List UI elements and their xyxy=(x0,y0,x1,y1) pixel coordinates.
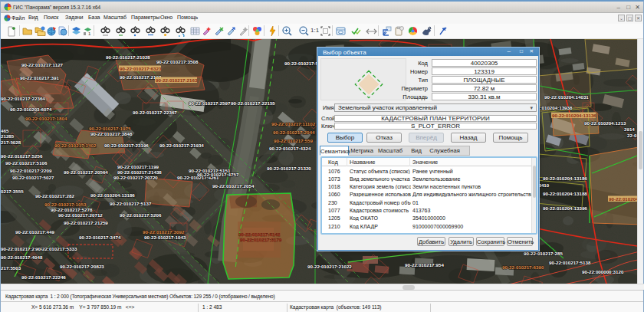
svg-text:90-22:010217:449: 90-22:010217:449 xyxy=(15,229,54,235)
svg-text:90-22:010217:21259: 90-22:010217:21259 xyxy=(64,220,108,225)
svg-text:90-22:010203:6074: 90-22:010203:6074 xyxy=(10,107,52,112)
svg-text:90-22:010217:11102: 90-22:010217:11102 xyxy=(271,121,316,126)
svg-text:90-22:010204:13186: 90-22:010204:13186 xyxy=(543,176,587,181)
svg-text:21285: 21285 xyxy=(1,133,15,139)
svg-text:90-22:010204:13186: 90-22:010204:13186 xyxy=(90,192,135,198)
svg-text:2914: 2914 xyxy=(624,126,635,132)
svg-text:90-22:010204:1213: 90-22:010204:1213 xyxy=(584,120,626,126)
svg-text:90-22:010217:21934: 90-22:010217:21934 xyxy=(159,143,204,148)
svg-text:90-22:010217:1053: 90-22:010217:1053 xyxy=(44,202,87,207)
svg-text:90-22:010217:5256: 90-22:010217:5256 xyxy=(1,153,43,159)
svg-text:90-22:010217:1975: 90-22:010217:1975 xyxy=(89,126,131,131)
svg-text:90-22:010217:3474: 90-22:010217:3474 xyxy=(79,235,121,240)
svg-text:90-22:010217:2597: 90-22:010217:2597 xyxy=(189,100,231,106)
svg-text:90-22:010217:5333: 90-22:010217:5333 xyxy=(35,246,77,251)
svg-text:90-22:010217:21438: 90-22:010217:21438 xyxy=(117,169,162,175)
svg-text:90-22:010217:50: 90-22:010217:50 xyxy=(284,61,321,66)
svg-text:90-22:010217:1804: 90-22:010217:1804 xyxy=(25,116,67,121)
svg-text:90-22:010217:391: 90-22:010217:391 xyxy=(20,75,59,80)
svg-text:90-22:010204:14031: 90-22:010204:14031 xyxy=(544,94,589,100)
svg-text:90-22:000000:3120: 90-22:000000:3120 xyxy=(582,269,624,274)
svg-text:90-22:010217:1199: 90-22:010217:1199 xyxy=(117,164,159,169)
svg-text:90-22:010217:3092: 90-22:010217:3092 xyxy=(143,229,185,235)
svg-text:90-22:010217:5137: 90-22:010217:5137 xyxy=(110,201,152,206)
svg-text:90-22:010217:20823: 90-22:010217:20823 xyxy=(60,264,104,269)
svg-text:90-22:010217:23196: 90-22:010217:23196 xyxy=(104,143,149,148)
svg-text:90-22:010217:6323: 90-22:010217:6323 xyxy=(120,66,162,71)
svg-text:90-22:010217:6390: 90-22:010217:6390 xyxy=(502,264,544,270)
svg-text:90-22:010217:5106: 90-22:010217:5106 xyxy=(5,160,48,166)
svg-text:90-22:010217:3179: 90-22:010217:3179 xyxy=(240,237,282,242)
svg-text:90-22:010217:4048: 90-22:010217:4048 xyxy=(1,255,43,260)
svg-text:90-22:010217:559: 90-22:010217:559 xyxy=(274,138,313,143)
svg-text:90-22:010217:3508: 90-22:010217:3508 xyxy=(156,59,199,64)
svg-text:90-22:010217:282: 90-22:010217:282 xyxy=(35,193,74,199)
svg-text:90-22:010217:2044: 90-22:010217:2044 xyxy=(273,130,315,135)
svg-text:90-22:010204:13136: 90-22:010204:13136 xyxy=(552,113,596,118)
svg-text:90-22:010217:4324: 90-22:010217:4324 xyxy=(269,146,311,151)
svg-text:217:5028: 217:5028 xyxy=(1,140,21,145)
svg-text:90-22:010217:21022: 90-22:010217:21022 xyxy=(307,264,352,269)
svg-text:90-22:010217:1127: 90-22:010217:1127 xyxy=(21,62,64,67)
svg-text:90-22:010204:13188: 90-22:010204:13188 xyxy=(543,191,587,196)
svg-text:2:010204:13938: 2:010204:13938 xyxy=(537,105,573,110)
svg-text:90-22:010217:3848: 90-22:010217:3848 xyxy=(90,131,133,136)
svg-text:465: 465 xyxy=(1,128,9,133)
svg-text:0217:3555: 0217:3555 xyxy=(1,189,24,194)
svg-text:90-22:010217:22364: 90-22:010217:22364 xyxy=(1,96,45,101)
svg-text:217:5503: 217:5503 xyxy=(1,265,21,271)
svg-text:90-22:010217:5138: 90-22:010217:5138 xyxy=(549,260,591,265)
svg-text:1: 1 xyxy=(88,31,91,36)
svg-text:90-22:010204:13396: 90-22:010204:13396 xyxy=(543,205,587,211)
svg-text:90-22:010217:20712: 90-22:010217:20712 xyxy=(58,212,103,218)
svg-text:90-22:010217:5027: 90-22:010217:5027 xyxy=(12,175,54,180)
svg-text:90-22:010217:5206: 90-22:010217:5206 xyxy=(120,212,162,218)
svg-text:90-22:010217:21320: 90-22:010217:21320 xyxy=(267,166,311,171)
svg-text:90-22:010217:20564: 90-22:010217:20564 xyxy=(64,169,108,175)
svg-text:90-22:010217:22155: 90-22:010217:22155 xyxy=(231,100,275,106)
svg-text:90-22:010204: 90-22:010204 xyxy=(609,196,639,202)
svg-text:90-22:010217:954: 90-22:010217:954 xyxy=(405,262,444,268)
svg-text:90-22:010217:22367: 90-22:010217:22367 xyxy=(133,110,177,115)
svg-text:90-22:010217:285: 90-22:010217:285 xyxy=(524,251,563,256)
svg-text:90-22:010217:1043: 90-22:010217:1043 xyxy=(144,235,186,240)
svg-text:90-22:010217:21028: 90-22:010217:21028 xyxy=(106,54,150,60)
svg-text:90-22:010217:4757: 90-22:010217:4757 xyxy=(197,172,239,177)
svg-text:90-22:010217:20720: 90-22:010217:20720 xyxy=(113,175,158,180)
svg-text:90-22:010217:5278: 90-22:010217:5278 xyxy=(51,207,93,212)
svg-text:90-22:010217:2209: 90-22:010217:2209 xyxy=(10,168,52,173)
svg-text:90-22:010217:5142: 90-22:010217:5142 xyxy=(238,232,281,237)
svg-text:90-22:010217:2163: 90-22:010217:2163 xyxy=(156,77,198,83)
svg-text:90-22:010217:1402: 90-22:010217:1402 xyxy=(54,143,97,148)
svg-text:90-22:010217:22246: 90-22:010217:22246 xyxy=(21,274,66,280)
svg-text:90-22:010217:2054: 90-22:010217:2054 xyxy=(212,183,255,189)
